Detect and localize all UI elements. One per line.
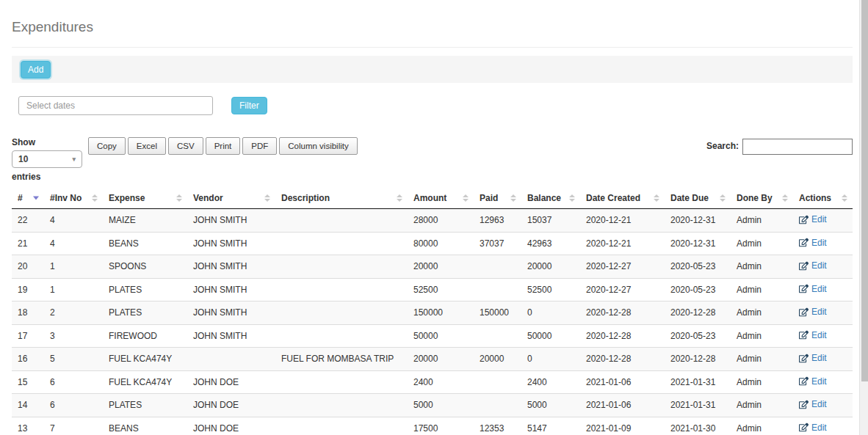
cell-paid: 37037 (474, 232, 521, 255)
cell-actions: Edit (793, 301, 853, 325)
edit-icon (799, 354, 809, 363)
cell-id: 13 (12, 417, 44, 435)
export-button[interactable]: Column visibility (279, 137, 357, 155)
cell-id: 21 (12, 232, 44, 255)
sort-icon (842, 194, 847, 202)
export-button[interactable]: PDF (242, 137, 277, 155)
export-button[interactable]: Print (206, 137, 241, 155)
cell-done-by: Admin (731, 232, 793, 255)
cell-expense: FIREWOOD (103, 324, 187, 348)
edit-icon (799, 261, 809, 271)
column-header-label: # (18, 193, 23, 203)
cell-actions: Edit (793, 370, 853, 394)
column-header-label: Date Created (586, 193, 640, 203)
column-header-label: Balance (527, 193, 561, 203)
edit-link[interactable]: Edit (799, 307, 827, 317)
cell-done-by: Admin (731, 417, 793, 435)
column-header[interactable]: Expense (103, 188, 187, 209)
edit-link[interactable]: Edit (799, 353, 827, 363)
cell-done-by: Admin (731, 394, 793, 417)
edit-icon (799, 238, 809, 247)
page-title: Expenditures (12, 0, 853, 47)
sort-icon (264, 194, 270, 202)
cell-inv-no: 4 (44, 209, 103, 233)
cell-date-created: 2020-12-28 (580, 324, 665, 348)
page-scrollbar-thumb[interactable] (861, 0, 868, 381)
sort-icon (33, 197, 39, 200)
column-header[interactable]: # (12, 188, 44, 209)
column-header[interactable]: Paid (474, 188, 521, 209)
edit-icon (799, 330, 809, 340)
cell-actions: Edit (793, 278, 853, 301)
column-header-label: Actions (799, 193, 831, 203)
expenditures-table: # #Inv No Expense Vendor Description Amo… (12, 188, 853, 435)
table-row[interactable]: 22 4 MAIZE JOHN SMITH 28000 12963 15037 … (12, 209, 853, 233)
cell-vendor: JOHN SMITH (187, 324, 275, 348)
search-input[interactable] (742, 139, 853, 155)
column-header[interactable]: Description (275, 188, 408, 209)
table-row[interactable]: 16 5 FUEL KCA474Y FUEL FOR MOMBASA TRIP … (12, 348, 853, 371)
edit-icon (799, 307, 809, 317)
table-row[interactable]: 17 3 FIREWOOD JOHN SMITH 50000 50000 202… (12, 324, 853, 348)
cell-done-by: Admin (731, 370, 793, 394)
cell-amount: 150000 (408, 301, 474, 325)
edit-link[interactable]: Edit (799, 423, 827, 433)
page-scrollbar-track[interactable] (859, 0, 868, 435)
table-row[interactable]: 21 4 BEANS JOHN SMITH 80000 37037 42963 … (12, 232, 853, 255)
edit-link[interactable]: Edit (799, 284, 827, 294)
cell-paid (474, 255, 521, 279)
cell-balance: 0 (521, 348, 580, 371)
column-header[interactable]: Date Created (580, 188, 665, 209)
edit-icon (799, 376, 809, 386)
column-header[interactable]: Balance (521, 188, 580, 209)
cell-date-due: 2021-01-31 (665, 370, 731, 394)
edit-icon (799, 423, 809, 432)
column-header[interactable]: Vendor (187, 188, 275, 209)
page-length-select[interactable]: 10 ▾ (12, 150, 82, 168)
table-row[interactable]: 19 1 PLATES JOHN SMITH 52500 52500 2020-… (12, 278, 853, 301)
edit-link[interactable]: Edit (799, 214, 827, 224)
column-header[interactable]: Amount (408, 188, 474, 209)
column-header[interactable]: #Inv No (44, 188, 103, 209)
export-button[interactable]: Copy (88, 137, 126, 155)
edit-link[interactable]: Edit (799, 238, 827, 248)
cell-date-due: 2021-01-31 (665, 394, 731, 417)
edit-link[interactable]: Edit (799, 376, 827, 387)
sort-icon (654, 194, 659, 202)
cell-amount: 50000 (408, 324, 474, 348)
column-header-label: Amount (413, 193, 446, 203)
cell-vendor (187, 348, 275, 371)
edit-link[interactable]: Edit (799, 330, 827, 340)
column-header[interactable]: Done By (731, 188, 793, 209)
search-block: Search: (706, 139, 853, 155)
table-row[interactable]: 20 1 SPOONS JOHN SMITH 20000 20000 2020-… (12, 255, 853, 279)
column-header[interactable]: Date Due (665, 188, 731, 209)
edit-link[interactable]: Edit (799, 260, 827, 271)
sort-icon (720, 194, 726, 202)
cell-description (275, 417, 408, 435)
cell-balance: 5147 (521, 417, 580, 435)
filter-button[interactable]: Filter (231, 97, 267, 114)
table-row[interactable]: 15 6 FUEL KCA474Y JOHN DOE 2400 2400 202… (12, 370, 853, 394)
edit-link[interactable]: Edit (799, 399, 827, 409)
expenditures-page: Expenditures Add Filter Show 10 ▾ entrie… (0, 0, 868, 435)
cell-amount: 80000 (408, 232, 474, 255)
export-button[interactable]: Excel (128, 137, 166, 155)
cell-actions: Edit (793, 324, 853, 348)
select-dates-input[interactable] (18, 96, 213, 115)
cell-inv-no: 7 (44, 417, 103, 435)
cell-vendor: JOHN SMITH (187, 232, 275, 255)
cell-inv-no: 4 (44, 232, 103, 255)
table-row[interactable]: 14 6 PLATES JOHN DOE 5000 5000 2021-01-0… (12, 394, 853, 417)
column-header[interactable]: Actions (793, 188, 853, 209)
cell-balance: 52500 (521, 278, 580, 301)
export-button[interactable]: CSV (168, 137, 203, 155)
cell-inv-no: 1 (44, 278, 103, 301)
table-row[interactable]: 13 7 BEANS JOHN DOE 17500 12353 5147 202… (12, 417, 853, 435)
cell-date-due: 2020-12-28 (665, 301, 731, 325)
cell-date-created: 2020-12-27 (580, 278, 665, 301)
add-button[interactable]: Add (21, 61, 51, 78)
edit-label: Edit (811, 423, 827, 433)
edit-label: Edit (811, 260, 827, 271)
table-row[interactable]: 18 2 PLATES JOHN SMITH 150000 150000 0 2… (12, 301, 853, 325)
